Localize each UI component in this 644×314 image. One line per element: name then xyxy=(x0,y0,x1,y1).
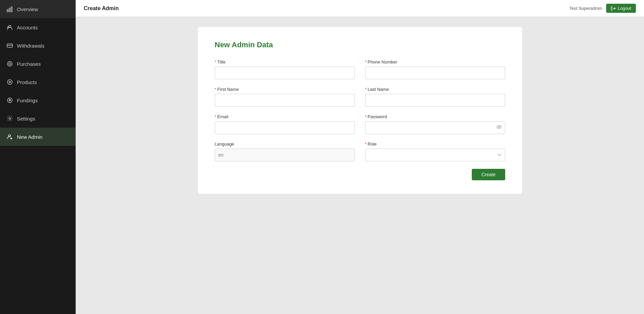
language-input[interactable] xyxy=(215,149,355,161)
gear-icon xyxy=(7,115,13,122)
email-input[interactable] xyxy=(215,121,355,134)
svg-point-9 xyxy=(7,80,12,84)
logout-icon xyxy=(611,6,616,11)
firstname-input[interactable] xyxy=(215,94,355,107)
topbar: Create Admin Test Superadmin Logout xyxy=(76,0,644,17)
sidebar-item-products[interactable]: Products xyxy=(0,73,76,91)
eye-icon[interactable] xyxy=(496,124,502,131)
circle-dot-icon xyxy=(7,79,13,85)
required-star-phone: * xyxy=(365,59,367,64)
sidebar-item-label-new-admin: New Admin xyxy=(17,134,43,140)
lastname-label: * Last Name xyxy=(365,87,505,92)
sidebar-item-label-withdrawals: Withdrawals xyxy=(17,43,45,49)
content-area: New Admin Data * Title * Phone Number xyxy=(76,17,644,314)
form-group-role: * Role xyxy=(365,141,505,161)
form-group-lastname: * Last Name xyxy=(365,87,505,107)
form-footer: Create xyxy=(215,169,505,180)
sidebar-item-label-products: Products xyxy=(17,79,37,85)
required-star-title: * xyxy=(215,59,216,64)
title-input[interactable] xyxy=(215,67,355,79)
svg-rect-2 xyxy=(11,7,12,12)
svg-rect-1 xyxy=(9,8,10,12)
user-name: Test Superadmin xyxy=(569,6,602,11)
logout-button[interactable]: Logout xyxy=(606,4,636,13)
firstname-label: * First Name xyxy=(215,87,355,92)
phone-label: * Phone Number xyxy=(365,59,505,64)
role-label: * Role xyxy=(365,141,505,147)
svg-point-8 xyxy=(9,63,11,65)
fundings-icon xyxy=(7,97,13,103)
page-title: Create Admin xyxy=(84,5,119,11)
sidebar-item-label-accounts: Accounts xyxy=(17,25,38,30)
svg-rect-0 xyxy=(7,9,8,12)
phone-input[interactable] xyxy=(365,67,505,79)
sidebar: Overview Accounts Withdrawals Pu xyxy=(0,0,76,314)
sidebar-item-label-overview: Overview xyxy=(17,6,38,12)
svg-point-3 xyxy=(9,25,11,27)
svg-rect-5 xyxy=(7,44,12,47)
sidebar-item-purchases[interactable]: Purchases xyxy=(0,55,76,73)
required-star-password: * xyxy=(365,114,367,119)
sidebar-item-overview[interactable]: Overview xyxy=(0,0,76,18)
user-circle-icon xyxy=(7,24,13,30)
svg-point-7 xyxy=(7,61,12,66)
sidebar-item-label-fundings: Fundings xyxy=(17,98,38,103)
email-label: * Email xyxy=(215,114,355,119)
required-star-role: * xyxy=(365,141,367,147)
required-star-email: * xyxy=(215,114,216,119)
svg-point-12 xyxy=(9,118,11,120)
language-label: Language xyxy=(215,141,355,147)
admin-icon xyxy=(7,134,13,140)
card-icon xyxy=(7,43,13,49)
create-button[interactable]: Create xyxy=(472,169,505,180)
tag-icon xyxy=(7,61,13,67)
sidebar-item-withdrawals[interactable]: Withdrawals xyxy=(0,36,76,55)
sidebar-item-label-purchases: Purchases xyxy=(17,61,41,67)
form-group-password: * Password xyxy=(365,114,505,134)
password-input[interactable] xyxy=(365,121,505,134)
form-group-firstname: * First Name xyxy=(215,87,355,107)
svg-point-4 xyxy=(7,27,9,28)
svg-point-10 xyxy=(9,81,11,83)
form-row-2: * First Name * Last Name xyxy=(215,87,505,107)
lastname-input[interactable] xyxy=(365,94,505,107)
form-group-language: Language xyxy=(215,141,355,161)
password-label: * Password xyxy=(365,114,505,119)
form-group-email: * Email xyxy=(215,114,355,134)
form-title: New Admin Data xyxy=(215,41,505,49)
form-row-4: Language * Role xyxy=(215,141,505,161)
role-select[interactable] xyxy=(365,149,505,161)
sidebar-item-accounts[interactable]: Accounts xyxy=(0,18,76,36)
topbar-right: Test Superadmin Logout xyxy=(569,4,636,13)
chart-icon xyxy=(7,6,13,12)
main-content: Create Admin Test Superadmin Logout New … xyxy=(76,0,644,314)
sidebar-item-new-admin[interactable]: New Admin xyxy=(0,128,76,146)
logout-label: Logout xyxy=(618,6,631,11)
sidebar-item-fundings[interactable]: Fundings xyxy=(0,91,76,109)
form-row-3: * Email * Password xyxy=(215,114,505,134)
form-card: New Admin Data * Title * Phone Number xyxy=(198,27,522,194)
password-input-wrapper xyxy=(365,121,505,134)
sidebar-item-settings[interactable]: Settings xyxy=(0,109,76,128)
form-group-title: * Title xyxy=(215,59,355,79)
required-star-lastname: * xyxy=(365,87,367,92)
form-group-phone: * Phone Number xyxy=(365,59,505,79)
sidebar-item-label-settings: Settings xyxy=(17,116,35,122)
form-row-1: * Title * Phone Number xyxy=(215,59,505,79)
required-star-firstname: * xyxy=(215,87,216,92)
svg-point-13 xyxy=(8,135,10,137)
title-label: * Title xyxy=(215,59,355,64)
